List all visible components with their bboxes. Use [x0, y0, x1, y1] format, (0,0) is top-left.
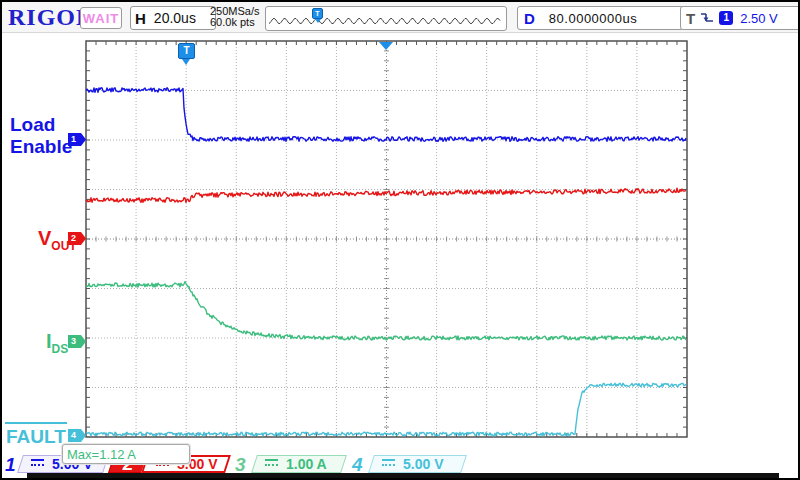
status-bar: RIGOL WAIT H 20.0us 250MSa/s 60.0k pts T… — [2, 2, 798, 33]
sample-rate-readout: 250MSa/s 60.0k pts — [210, 6, 260, 28]
ch3-label-ids: IDS — [46, 330, 68, 356]
measurement-max-value: Max=1.12 A — [67, 447, 136, 462]
acquisition-status: WAIT — [80, 7, 122, 29]
memory-depth: 60.0k pts — [210, 17, 260, 28]
status-text: WAIT — [83, 11, 120, 26]
delay-value: 80.0000000us — [549, 11, 637, 26]
fault-trace — [86, 383, 686, 436]
ch4-tab[interactable]: 5.00 V — [368, 455, 467, 473]
timebase-label: H — [135, 10, 146, 27]
ch3-dc-coupling-icon — [265, 459, 278, 469]
ch1-label-load-enable: Load Enable — [10, 114, 72, 158]
delay-label: D — [524, 10, 535, 27]
trigger-settings-button[interactable]: T 1 2.50 V — [680, 6, 800, 30]
ch2-label-main: V — [38, 227, 51, 249]
ch4-number[interactable]: 4 — [352, 455, 363, 474]
ch3-tab[interactable]: 1.00 A — [251, 455, 347, 473]
waveform-display — [2, 2, 800, 480]
preview-trigger-icon: T — [312, 8, 323, 19]
measurement-max-box: Max=1.12 A — [62, 444, 190, 464]
trigger-delay-button[interactable]: D 80.0000000us — [517, 6, 684, 30]
ch3-number[interactable]: 3 — [235, 455, 246, 474]
preview-wave — [266, 8, 504, 29]
ch4-scale-value: 5.00 V — [403, 456, 443, 472]
ch1-label-line1: Load — [10, 114, 72, 136]
trigger-source-badge: 1 — [719, 11, 733, 25]
trigger-label: T — [686, 10, 695, 27]
ch4-dc-coupling-icon — [382, 459, 395, 469]
trigger-level-value: 2.50 V — [740, 11, 778, 26]
horizontal-center-marker[interactable] — [379, 42, 393, 50]
oscilloscope-screen: RIGOL WAIT H 20.0us 250MSa/s 60.0k pts T… — [0, 0, 800, 480]
waveform-preview[interactable]: T — [265, 6, 507, 31]
fault-label-overline — [5, 422, 67, 424]
ch3-scale-value: 1.00 A — [286, 456, 327, 472]
falling-edge-icon — [700, 12, 714, 25]
ch3-label-sub: DS — [52, 342, 69, 356]
horizontal-timebase-button[interactable]: H 20.0us — [130, 6, 216, 30]
graticule — [86, 41, 687, 437]
ch4-label-fault: FAULT — [6, 426, 66, 448]
ch1-dc-coupling-icon — [31, 459, 44, 469]
timebase-value: 20.0us — [154, 10, 196, 26]
ch1-label-line2: Enable — [10, 136, 72, 158]
ch1-number[interactable]: 1 — [5, 455, 16, 474]
trigger-position-flag[interactable]: T — [178, 43, 195, 59]
